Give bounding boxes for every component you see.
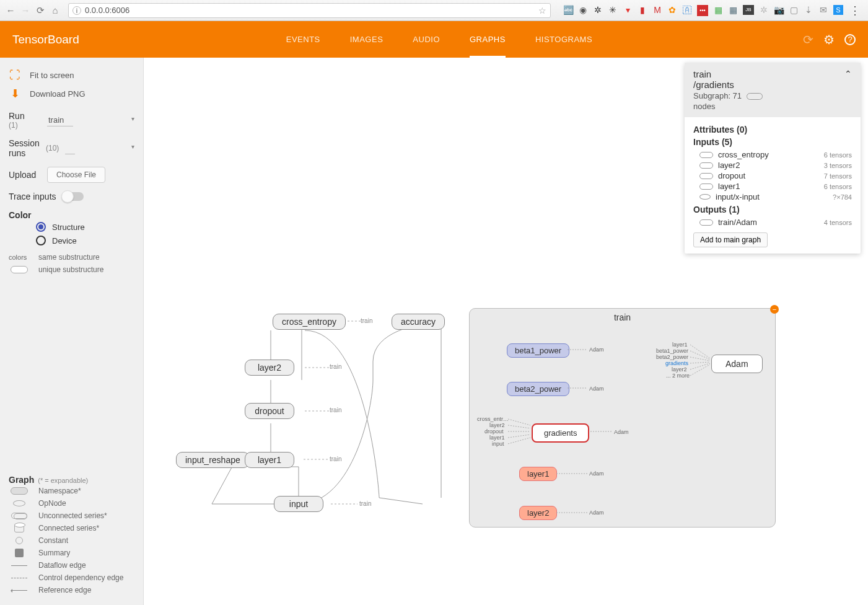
pill-icon [11, 266, 28, 273]
add-to-main-graph-button[interactable]: Add to main graph [693, 232, 768, 247]
legend-label: Namespace* [38, 487, 81, 495]
choose-file-button[interactable]: Choose File [47, 167, 105, 183]
node-dropout[interactable]: dropout [245, 403, 294, 419]
color-structure-radio[interactable]: Structure [9, 220, 134, 234]
node-layer1[interactable]: layer1 [245, 452, 294, 468]
node-layer2[interactable]: layer2 [245, 360, 294, 376]
colors-label: colors [9, 254, 30, 261]
legend-label: Connected series* [38, 524, 99, 532]
ext-icon[interactable]: ▢ [789, 5, 799, 15]
node-accuracy[interactable]: accuracy [392, 314, 445, 330]
forward-button[interactable]: → [20, 5, 31, 16]
node-layer1[interactable]: layer1 [519, 467, 557, 481]
ext-icon[interactable]: 📷 [774, 5, 784, 15]
browser-toolbar: ← → ⟳ ⌂ i 0.0.0.0:6006 ☆ 🔤 ◉ ✲ ✳ ▾ ▮ M ✿… [0, 0, 868, 21]
run-label: Run [9, 111, 41, 121]
outputs-heading: Outputs (1) [693, 205, 852, 214]
control-dep-edge-icon [11, 578, 27, 578]
address-bar[interactable]: i 0.0.0.0:6006 ☆ [68, 3, 551, 18]
color-label: Color [9, 210, 41, 220]
inputs-heading: Inputs (5) [693, 137, 852, 147]
collapse-icon[interactable]: − [770, 305, 779, 314]
ext-icon[interactable]: 🔤 [563, 5, 573, 15]
ext-icon[interactable]: JB [743, 5, 754, 15]
back-button[interactable]: ← [5, 5, 16, 16]
io-label: Adam [589, 347, 604, 353]
ext-icon[interactable]: ▾ [623, 5, 633, 15]
tab-events[interactable]: EVENTS [271, 21, 335, 58]
tab-graphs[interactable]: GRAPHS [455, 21, 520, 58]
io-label: layer2 [489, 422, 505, 428]
ext-icon[interactable]: ✿ [667, 5, 677, 15]
chrome-menu-button[interactable]: ⋮ [847, 4, 863, 17]
color-device-radio[interactable]: Device [9, 234, 134, 247]
ext-icon[interactable]: ✉ [818, 5, 828, 15]
node-adam[interactable]: Adam [711, 355, 763, 373]
input-row[interactable]: dropout7 tensors [693, 170, 852, 181]
ext-icon[interactable]: ◉ [578, 5, 588, 15]
legend-label: Summary [38, 549, 70, 557]
summary-icon [15, 549, 24, 557]
refresh-icon[interactable]: ⟳ [803, 32, 813, 47]
ext-icon[interactable]: ▮ [638, 5, 647, 15]
output-row[interactable]: train/Adam4 tensors [693, 217, 852, 227]
extensions-row: 🔤 ◉ ✲ ✳ ▾ ▮ M ✿ 🇦 ••• ▦ ▦ JB ✲ 📷 ▢ ⇣ ✉ S [558, 5, 843, 16]
ext-icon[interactable]: ••• [697, 5, 708, 16]
fit-icon: ⛶ [9, 69, 21, 82]
node-gradients[interactable]: gradients [532, 423, 589, 443]
ext-icon[interactable]: ▦ [728, 5, 738, 15]
legend-label: Control dependency edge [38, 573, 123, 582]
subgraph-train[interactable]: − train beta1_power beta2_power gradient… [469, 308, 776, 528]
run-select[interactable]: train [47, 114, 73, 126]
tab-audio[interactable]: AUDIO [398, 21, 455, 58]
download-png-button[interactable]: ⬇ Download PNG [9, 84, 134, 103]
edge-label: train [359, 500, 371, 507]
opnode-icon [13, 500, 25, 506]
pill-icon [699, 162, 713, 169]
tab-images[interactable]: IMAGES [335, 21, 398, 58]
ext-icon[interactable]: M [652, 5, 662, 15]
reload-button[interactable]: ⟳ [35, 5, 46, 16]
ext-icon[interactable]: 🇦 [682, 5, 692, 15]
fit-to-screen-button[interactable]: ⛶ Fit to screen [9, 66, 134, 84]
ext-icon[interactable]: ⇣ [804, 5, 813, 15]
io-label: gradients [665, 360, 688, 366]
node-cross-entropy[interactable]: cross_entropy [273, 314, 346, 330]
input-row[interactable]: layer23 tensors [693, 160, 852, 170]
input-row[interactable]: input/x-input?×784 [693, 192, 852, 202]
node-layer2[interactable]: layer2 [519, 506, 557, 520]
input-row[interactable]: cross_entropy6 tensors [693, 149, 852, 160]
constant-icon [15, 537, 23, 544]
input-row[interactable]: layer16 tensors [693, 181, 852, 192]
ext-icon[interactable]: ✲ [593, 5, 603, 15]
ext-icon[interactable]: S [833, 5, 843, 15]
io-label: Adam [589, 470, 604, 477]
legend-label: Dataflow edge [38, 561, 86, 570]
io-label: beta1_power [656, 348, 688, 354]
node-input-reshape[interactable]: input_reshape [176, 452, 250, 468]
upload-label: Upload [9, 170, 41, 180]
app-header: TensorBoard EVENTS IMAGES AUDIO GRAPHS H… [0, 21, 868, 58]
pill-icon [747, 93, 763, 100]
ext-icon[interactable]: ✳ [608, 5, 618, 15]
graph-canvas[interactable]: cross_entropy accuracy layer2 dropout in… [144, 58, 868, 605]
settings-gear-icon[interactable]: ⚙ [823, 32, 835, 47]
ext-icon[interactable]: ▦ [713, 5, 723, 15]
io-label: layer2 [672, 366, 687, 373]
home-button[interactable]: ⌂ [50, 5, 61, 16]
io-label: Adam [589, 510, 604, 516]
pill-icon [699, 173, 713, 179]
session-select[interactable] [65, 142, 75, 154]
node-input[interactable]: input [274, 496, 323, 512]
ext-icon[interactable]: ✲ [759, 5, 769, 15]
tab-histograms[interactable]: HISTOGRAMS [520, 21, 607, 58]
header-tabs: EVENTS IMAGES AUDIO GRAPHS HISTOGRAMS [271, 21, 607, 58]
help-icon[interactable]: ? [844, 34, 856, 45]
run-count: (1) [9, 121, 41, 130]
node-beta1-power[interactable]: beta1_power [507, 343, 569, 358]
bookmark-star-icon[interactable]: ☆ [538, 6, 546, 15]
session-label: Session runs [9, 138, 45, 158]
trace-inputs-toggle[interactable] [63, 192, 84, 201]
node-beta2-power[interactable]: beta2_power [507, 382, 569, 396]
chevron-up-icon[interactable]: ⌃ [844, 69, 852, 79]
